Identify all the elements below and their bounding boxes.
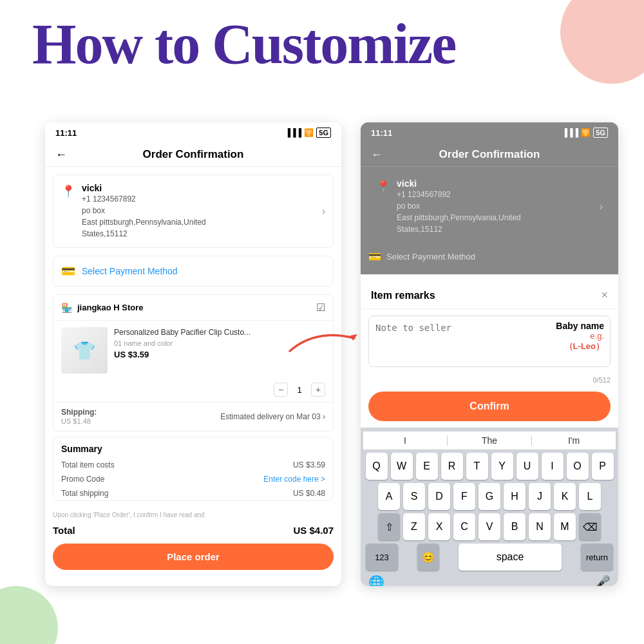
keyboard-row3: ⇧ Z X C V B N M ⌫: [363, 513, 616, 540]
modal-header: Item remarks ×: [361, 279, 618, 309]
key-e[interactable]: E: [416, 453, 438, 480]
right-nav-title: Order Confirmation: [439, 148, 540, 161]
key-h[interactable]: H: [504, 483, 526, 510]
globe-icon[interactable]: 🌐: [368, 574, 384, 586]
modal-close-button[interactable]: ×: [601, 289, 608, 302]
right-address-line2: East pittsburgh,Pennsylvania,United: [397, 212, 593, 223]
delivery-info: Estimated delivery on Mar 03 ›: [220, 412, 325, 421]
address-name: vicki: [82, 183, 316, 193]
key-n[interactable]: N: [529, 513, 551, 540]
key-i[interactable]: I: [542, 453, 564, 480]
key-space[interactable]: space: [459, 544, 562, 571]
left-back-button[interactable]: ←: [55, 148, 67, 162]
arrow-decoration: [283, 325, 367, 357]
key-r[interactable]: R: [441, 453, 463, 480]
right-battery-icon: 5G: [593, 128, 608, 138]
keyboard-suggestions: I The I'm: [363, 431, 616, 450]
address-phone: +1 1234567892: [82, 193, 316, 205]
suggestion-the[interactable]: The: [448, 435, 532, 446]
key-return[interactable]: return: [581, 544, 613, 571]
quantity-row: − 1 +: [53, 380, 333, 402]
store-header: 🏪 jiangkao H Store ☑: [53, 295, 333, 321]
bg-decoration-pink: [560, 0, 644, 84]
key-b[interactable]: B: [504, 513, 526, 540]
left-address-card[interactable]: 📍 vicki +1 1234567892 po box East pittsb…: [53, 175, 334, 248]
left-status-bar: 11:11 ▐▐▐ 🛜 5G: [45, 122, 341, 143]
key-o[interactable]: O: [567, 453, 589, 480]
right-payment-label: Select Payment Method: [386, 252, 475, 261]
key-u[interactable]: U: [516, 453, 538, 480]
keyboard-row1: Q W E R T Y U I O P: [363, 453, 616, 480]
product-image: 👕: [61, 327, 108, 374]
key-j[interactable]: J: [529, 483, 551, 510]
right-address-name: vicki: [397, 178, 593, 189]
address-chevron-icon: ›: [322, 205, 325, 217]
shipping-label: Shipping:: [61, 408, 97, 417]
summary-shipping-value: US $0.48: [293, 489, 325, 498]
shipping-row: Shipping: US $1.48 Estimated delivery on…: [53, 402, 333, 431]
suggestion-im[interactable]: I'm: [532, 435, 616, 446]
key-a[interactable]: A: [378, 483, 400, 510]
quantity-decrease-button[interactable]: −: [274, 383, 288, 397]
svg-marker-0: [350, 334, 357, 341]
suggestion-i[interactable]: I: [363, 435, 448, 446]
key-s[interactable]: S: [403, 483, 425, 510]
product-thumbnail: 👕: [61, 327, 108, 374]
key-p[interactable]: P: [592, 453, 614, 480]
keyboard-extras-row: 🌐 🎤: [363, 571, 616, 586]
right-payment-row: 💳 Select Payment Method: [361, 247, 618, 269]
key-emoji[interactable]: 😊: [417, 544, 439, 571]
key-c[interactable]: C: [453, 513, 475, 540]
key-m[interactable]: M: [554, 513, 576, 540]
key-z[interactable]: Z: [403, 513, 425, 540]
payment-row[interactable]: 💳 Select Payment Method: [53, 256, 334, 287]
place-order-button[interactable]: Place order: [53, 544, 334, 570]
right-back-button[interactable]: ←: [371, 148, 383, 162]
right-address-card[interactable]: 📍 vicki +1 1234567892 po box East pittsb…: [368, 172, 611, 242]
key-x[interactable]: X: [428, 513, 450, 540]
left-nav-title: Order Confirmation: [143, 148, 244, 161]
right-phone-panel: 11:11 ▐▐▐ 🛜 5G ← Order Confirmation 📍 vi…: [361, 122, 618, 586]
key-y[interactable]: Y: [491, 453, 513, 480]
summary-promo-value: Enter code here >: [263, 475, 325, 484]
address-line1: po box: [82, 205, 316, 216]
keyboard-bottom-row: 123 😊 space return: [363, 544, 616, 571]
delivery-text: Estimated delivery on Mar 03: [220, 412, 320, 421]
quantity-increase-button[interactable]: +: [311, 383, 325, 397]
key-f[interactable]: F: [453, 483, 475, 510]
note-hint: Baby name e.g. （L-Leo）: [556, 321, 604, 352]
left-nav-bar: ← Order Confirmation: [45, 143, 341, 167]
key-d[interactable]: D: [428, 483, 450, 510]
summary-item-costs-value: US $3.59: [293, 460, 325, 469]
key-k[interactable]: K: [554, 483, 576, 510]
summary-shipping-row: Total shipping US $0.48: [53, 486, 333, 500]
key-v[interactable]: V: [478, 513, 500, 540]
store-name: jiangkao H Store: [77, 303, 144, 312]
signal-icon: ▐▐▐: [285, 128, 302, 137]
left-time: 11:11: [55, 128, 77, 138]
summary-promo-row[interactable]: Promo Code Enter code here >: [53, 472, 333, 486]
right-wifi-icon: 🛜: [581, 128, 591, 137]
key-l[interactable]: L: [579, 483, 601, 510]
summary-item-costs-label: Total item costs: [61, 460, 115, 469]
key-g[interactable]: G: [478, 483, 500, 510]
key-t[interactable]: T: [466, 453, 488, 480]
key-numbers[interactable]: 123: [366, 544, 398, 571]
key-w[interactable]: W: [391, 453, 413, 480]
key-delete[interactable]: ⌫: [579, 513, 601, 540]
battery-icon: 5G: [316, 128, 331, 138]
microphone-icon[interactable]: 🎤: [594, 574, 611, 586]
bg-decoration-green: [0, 586, 58, 644]
key-q[interactable]: Q: [366, 453, 388, 480]
right-address-phone: +1 1234567892: [397, 189, 593, 200]
right-payment-icon: 💳: [368, 251, 381, 263]
right-status-bar: 11:11 ▐▐▐ 🛜 5G: [361, 122, 618, 143]
edit-remark-icon[interactable]: ☑: [316, 301, 325, 314]
store-icon: 🏪: [61, 303, 72, 313]
confirm-button[interactable]: Confirm: [368, 392, 611, 421]
key-shift[interactable]: ⇧: [378, 513, 400, 540]
wifi-icon: 🛜: [304, 128, 314, 137]
note-area-container: Baby name e.g. （L-Leo）: [368, 316, 611, 370]
keyboard-row2: A S D F G H J K L: [363, 483, 616, 510]
shipping-cost: US $1.48: [61, 417, 91, 425]
